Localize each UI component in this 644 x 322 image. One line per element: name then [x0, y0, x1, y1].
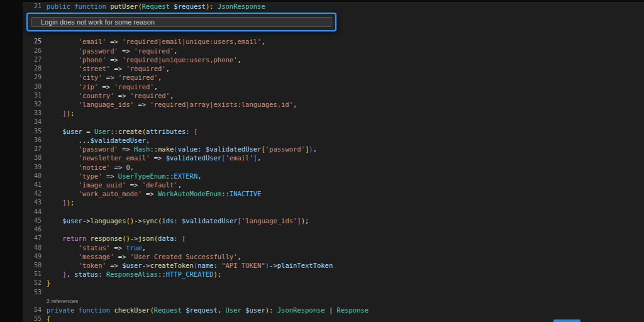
line-number[interactable]: 47 [23, 234, 42, 243]
line-number[interactable]: 48 [23, 243, 42, 252]
code-text: $user = User::create(attributes: [ [47, 127, 197, 136]
line-number[interactable]: 33 [23, 109, 42, 118]
code-line[interactable]: 48 'status' => true, [23, 243, 644, 252]
code-line[interactable]: 31 'country' => 'required', [23, 91, 644, 100]
code-token: 'street' [79, 65, 111, 72]
code-line[interactable]: 29 'city' => 'required', [23, 73, 644, 82]
code-token: 'message' [79, 253, 114, 260]
code-line[interactable]: 43 ]); [23, 198, 644, 207]
code-token: ; [305, 217, 309, 225]
code-line[interactable]: 36 ...$validatedUser, [23, 136, 644, 145]
code-token: 'required' [114, 83, 153, 91]
line-number[interactable]: 40 [23, 172, 42, 180]
code-line[interactable]: 54private function checkUser(Request $re… [23, 306, 644, 314]
code-line[interactable]: 44 [23, 208, 644, 216]
code-token: -> [142, 262, 150, 269]
code-line[interactable]: 35 $user = User::create(attributes: [ [23, 127, 644, 136]
code-text: private function checkUser(Request $requ… [47, 306, 369, 314]
code-line[interactable]: 25 'email' => 'required|email|unique:use… [23, 37, 644, 46]
code-line[interactable]: 27 'phone' => 'required|unique:users,pho… [23, 55, 644, 64]
code-line[interactable]: 34 [23, 118, 644, 126]
line-number[interactable]: 21 [23, 2, 42, 11]
code-text: $user->languages()->sync(ids: $validated… [47, 216, 309, 225]
code-token: 'status' [79, 244, 111, 252]
code-line[interactable]: 32 'language_ids' => 'required|array|exi… [23, 100, 644, 109]
blue-indicator-bar [553, 319, 580, 322]
line-number[interactable]: 45 [23, 216, 42, 225]
line-number[interactable]: 49 [23, 252, 42, 261]
code-token: $user [245, 306, 265, 314]
code-line[interactable]: 39 'notice' => 0, [23, 163, 644, 172]
code-line[interactable]: 55{ [23, 314, 644, 322]
code-line[interactable]: 21public function putUser(Request $reque… [23, 2, 644, 11]
code-line[interactable]: 42 'work_auto_mode' => WorkAutoModeEnum:… [23, 189, 644, 198]
code-text: 'phone' => 'required|unique:users,phone'… [47, 55, 242, 64]
line-number[interactable]: 39 [23, 163, 42, 172]
line-number[interactable]: 53 [23, 288, 42, 297]
line-number[interactable]: 46 [23, 225, 42, 234]
line-number[interactable]: 29 [23, 73, 42, 82]
code-token: , [174, 47, 177, 55]
code-line[interactable]: 50 'token' => $user->createToken(name: "… [23, 261, 644, 270]
code-line[interactable]: 28 'street' => 'required', [23, 64, 644, 73]
line-number[interactable]: 31 [23, 91, 42, 100]
line-number[interactable]: 43 [23, 198, 42, 207]
line-number[interactable]: 38 [23, 153, 42, 162]
line-number[interactable]: 36 [23, 136, 42, 145]
codelens-label[interactable]: 2 references [47, 297, 78, 306]
code-line[interactable]: 41 'image_uuid' => 'default', [23, 180, 644, 189]
code-text: 'password' => 'required', [47, 47, 178, 55]
code-line[interactable]: 45 $user->languages()->sync(ids: $valida… [23, 216, 644, 225]
line-number[interactable]: 28 [23, 64, 42, 73]
line-number[interactable]: 42 [23, 189, 42, 198]
code-line[interactable]: 47 return response()->json(data: [ [23, 234, 644, 243]
code-token: plainTextToken [277, 262, 333, 269]
code-token: , [293, 101, 297, 108]
comment-input[interactable]: Login does not work for some reason [31, 17, 331, 27]
code-token: | [325, 306, 337, 314]
code-line[interactable]: 26 'password' => 'required', [23, 47, 644, 55]
code-token: => [110, 65, 126, 72]
code-token: 'token' [79, 262, 106, 269]
code-token: => [110, 164, 126, 171]
line-number[interactable]: 44 [23, 208, 42, 216]
code-line[interactable]: 46 [23, 225, 644, 234]
code-token: => [118, 145, 134, 153]
line-number[interactable]: 25 [23, 37, 42, 46]
line-number[interactable]: 54 [23, 306, 42, 314]
code-line[interactable]: 40 'type' => UserTypeEnum::EXTERN, [23, 172, 644, 180]
line-number[interactable]: 55 [23, 314, 42, 322]
code-line[interactable]: 53 [23, 288, 644, 297]
code-token: status: [74, 270, 102, 278]
code-token [47, 56, 79, 64]
code-line[interactable]: 38 'newsletter_email' => $validatedUser[… [23, 153, 644, 162]
line-number[interactable]: 52 [23, 279, 42, 287]
code-token: -> [134, 217, 142, 225]
code-area: 21public function putUser(Request $reque… [23, 2, 644, 322]
line-number[interactable]: 41 [23, 180, 42, 189]
line-number[interactable]: 27 [23, 55, 42, 64]
code-line[interactable]: 33 ]); [23, 109, 644, 118]
code-line[interactable]: 51 ], status: ResponseAlias::HTTP_CREATE… [23, 270, 644, 279]
code-token: :: [150, 145, 158, 153]
code-token: , [154, 83, 158, 91]
line-number[interactable]: 26 [23, 47, 42, 55]
line-number[interactable]: 34 [23, 118, 42, 126]
code-token [47, 109, 62, 117]
code-line[interactable]: 30 'zip' => 'required', [23, 82, 644, 91]
line-number[interactable]: 37 [23, 145, 42, 153]
code-token: 'language_ids' [242, 217, 297, 225]
line-number[interactable]: 50 [23, 261, 42, 270]
line-number[interactable]: 35 [23, 127, 42, 136]
code-line[interactable]: 37 'password' => Hash::make(value: $vali… [23, 145, 644, 153]
code-token: { [47, 315, 50, 322]
codelens-row[interactable]: 2 references [23, 297, 644, 306]
code-line[interactable]: 49 'message' => 'User Created Successful… [23, 252, 644, 261]
code-line[interactable]: 52} [23, 279, 644, 287]
line-number[interactable]: 32 [23, 100, 42, 109]
code-token: $request [174, 3, 206, 10]
line-number[interactable]: 51 [23, 270, 42, 279]
code-token: , [257, 154, 261, 162]
code-token: 'zip' [79, 83, 99, 91]
line-number[interactable]: 30 [23, 82, 42, 91]
